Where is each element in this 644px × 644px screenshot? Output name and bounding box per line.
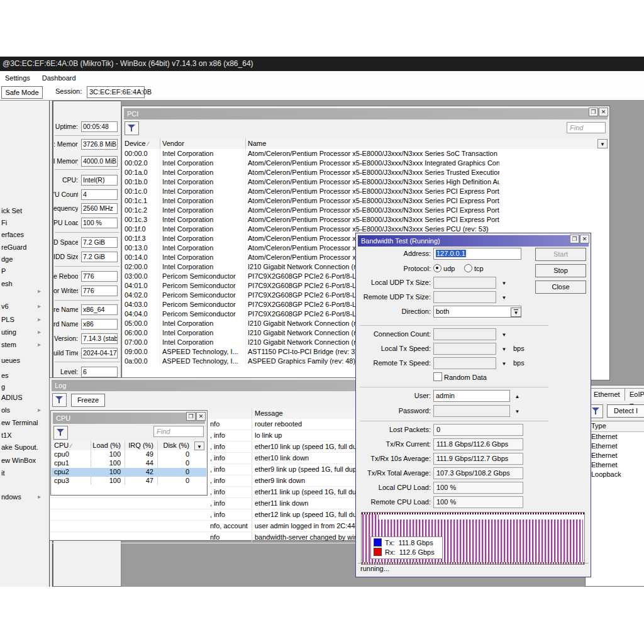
remote-tx-dropdown[interactable]: ▼ xyxy=(499,359,509,367)
pci-row[interactable]: 00:1a.0Intel CorporationAtom/Celeron/Pen… xyxy=(123,168,609,177)
cpu-titlebar[interactable]: CPU xyxy=(53,413,205,424)
close-icon[interactable]: ✕ xyxy=(599,108,608,116)
cpu-col-cpu[interactable]: CPU ∕ xyxy=(52,441,91,450)
sidebar-item[interactable]: PLS▸ xyxy=(0,314,49,325)
sidebar-item[interactable]: ew Terminal xyxy=(0,418,49,428)
freeze-button[interactable]: Freeze xyxy=(71,394,105,407)
app-titlebar[interactable]: @3C:EC:EF:6E:4A:0B (MikroTik) - WinBox (… xyxy=(0,57,644,71)
password-input[interactable] xyxy=(433,405,510,417)
sidebar-item[interactable]: g xyxy=(0,382,49,392)
random-data-checkbox[interactable]: Random Data xyxy=(433,372,487,384)
cpu-col-disk[interactable]: Disk (%) xyxy=(157,441,193,450)
resource-field[interactable]: Uptime:00:05:48 xyxy=(53,121,119,132)
sidebar-item[interactable]: it xyxy=(0,468,49,478)
resource-field[interactable]: equency:2560 MHz xyxy=(53,203,119,214)
sidebar-item[interactable]: ueues xyxy=(0,355,49,365)
resource-field[interactable]: Version:7.14.3 (stable xyxy=(53,333,119,344)
tab-ethernet[interactable]: Ethernet xyxy=(589,388,625,401)
menu-settings[interactable]: Settings xyxy=(0,71,35,85)
local-udp-dropdown[interactable]: ▼ xyxy=(499,279,509,287)
sidebar-item[interactable]: dge xyxy=(0,254,49,264)
resource-field[interactable]: CPU:Intel(R) xyxy=(53,175,119,186)
sidebar-item[interactable]: erfaces xyxy=(0,230,49,240)
pci-find-input[interactable]: Find xyxy=(567,122,606,133)
pci-titlebar[interactable]: PCI xyxy=(124,108,608,119)
remote-udp-input[interactable] xyxy=(433,291,496,303)
pci-row[interactable]: 00:1c.3Intel CorporationAtom/Celeron/Pen… xyxy=(123,215,609,225)
resource-field[interactable]: uild Time:2024-04-17 1 xyxy=(53,348,119,358)
cpu-col-irq[interactable]: IRQ (%) xyxy=(125,441,157,450)
menu-dashboard[interactable]: Dashboard xyxy=(37,71,81,85)
resource-field[interactable]: re Name:x86_64 xyxy=(53,304,119,315)
cpu-find-input[interactable]: Find xyxy=(153,426,204,437)
sidebar-item[interactable]: ▸ xyxy=(0,286,49,296)
direction-select[interactable]: both xyxy=(433,306,521,318)
interface-row[interactable]: Ethernet xyxy=(586,460,644,470)
local-udp-input[interactable] xyxy=(433,277,496,289)
close-button[interactable]: Close xyxy=(535,280,586,294)
pci-row[interactable]: 00:1c.1Intel CorporationAtom/Celeron/Pen… xyxy=(123,196,609,206)
sidebar-item[interactable]: Fi xyxy=(0,218,49,228)
sidebar-item[interactable]: ADIUS xyxy=(0,392,49,402)
resource-field[interactable]: e Reboot:776 xyxy=(53,271,119,282)
close-icon[interactable]: ✕ xyxy=(580,235,589,243)
resource-field[interactable]: D Space:7.2 GiB xyxy=(53,237,119,248)
start-button[interactable]: Start xyxy=(535,248,586,261)
bandwidth-titlebar[interactable]: Bandwidth Test (Running) xyxy=(358,235,589,247)
resource-field[interactable]: PU Load:100 % xyxy=(53,218,119,228)
cpu-row[interactable]: cpu3100470 xyxy=(52,477,206,486)
pci-col-vendor[interactable]: Vendor xyxy=(160,138,245,148)
resource-field[interactable]: IDD Size:7.2 GiB xyxy=(53,252,119,262)
session-input[interactable]: 3C:EC:EF:6E:4A:0B xyxy=(87,86,145,98)
sidebar-item[interactable]: ick Set xyxy=(0,206,49,216)
stop-button[interactable]: Stop xyxy=(535,264,586,277)
conn-count-dropdown[interactable]: ▼ xyxy=(499,330,509,338)
user-up-button[interactable]: ▲ xyxy=(513,392,522,400)
resource-field[interactable]: : Memory:3726.8 MiB xyxy=(53,139,119,150)
pci-row[interactable]: 00:1c.2Intel CorporationAtom/Celeron/Pen… xyxy=(123,206,609,215)
resource-field[interactable]: or Writes:776 xyxy=(53,286,119,296)
user-input[interactable]: admin xyxy=(433,390,510,402)
pci-row[interactable]: 00:1b.0Intel CorporationAtom/Celeron/Pen… xyxy=(123,177,609,187)
cpu-row[interactable]: cpu1100440 xyxy=(52,459,206,468)
sidebar-item[interactable]: v6▸ xyxy=(0,301,49,311)
sidebar-item[interactable]: ew WinBox xyxy=(0,455,49,465)
sidebar-item[interactable]: uting▸ xyxy=(0,327,49,337)
safe-mode-button[interactable]: Safe Mode xyxy=(1,86,43,99)
cpu-row[interactable]: cpu2100420 xyxy=(52,468,206,477)
conn-count-input[interactable] xyxy=(433,328,496,340)
detect-internet-button[interactable]: Detect I xyxy=(607,404,644,418)
sidebar-item[interactable]: t1X xyxy=(0,430,49,440)
interface-row[interactable]: Ethernet xyxy=(586,432,644,441)
restore-icon[interactable]: ❐ xyxy=(589,108,598,116)
local-tx-dropdown[interactable]: ▼ xyxy=(499,345,509,353)
tab-eoip-tunnel[interactable]: EoIP T xyxy=(625,388,644,401)
log-filter-button[interactable] xyxy=(52,393,67,407)
pci-col-device[interactable]: Device ∕ xyxy=(123,138,160,149)
resource-field[interactable]: rd Name:x86 xyxy=(53,319,119,330)
address-input[interactable]: 127.0.0.1 xyxy=(433,248,521,260)
pci-row[interactable]: 00:1c.0Intel CorporationAtom/Celeron/Pen… xyxy=(123,187,609,196)
sidebar-item[interactable]: ake Supout.rif xyxy=(0,442,49,452)
resource-field[interactable]: 'U Count:4 xyxy=(53,189,119,200)
interface-row[interactable]: Ethernet xyxy=(586,441,644,451)
pci-row[interactable]: 00:00.0Intel CorporationAtom/Celeron/Pen… xyxy=(123,149,609,158)
resource-field[interactable]: Level:6 xyxy=(53,367,119,377)
protocol-udp-radio[interactable]: udp xyxy=(433,263,455,275)
password-dropdown[interactable]: ▼ xyxy=(513,407,522,415)
resource-field[interactable]: l Memory:4000.0 MiB xyxy=(53,156,119,167)
sidebar-item[interactable]: P xyxy=(0,266,49,276)
sidebar-item[interactable]: ndows▸ xyxy=(0,492,49,502)
pci-filter-button[interactable] xyxy=(125,121,139,135)
sidebar-item[interactable]: ols▸ xyxy=(0,405,49,415)
local-tx-input[interactable] xyxy=(433,343,496,355)
pci-col-name[interactable]: Name xyxy=(245,138,499,148)
sidebar-item[interactable]: es xyxy=(0,370,49,380)
cpu-row[interactable]: cpu0100490 xyxy=(52,450,206,459)
interface-row[interactable]: Loopback xyxy=(586,470,644,479)
sidebar-item[interactable]: reGuard xyxy=(0,242,49,252)
restore-icon[interactable]: ❐ xyxy=(570,235,579,243)
cpu-filter-button[interactable] xyxy=(53,426,68,440)
interface-row[interactable]: Ethernet xyxy=(586,451,644,460)
pci-row[interactable]: 00:02.0Intel CorporationAtom/Celeron/Pen… xyxy=(123,158,609,168)
